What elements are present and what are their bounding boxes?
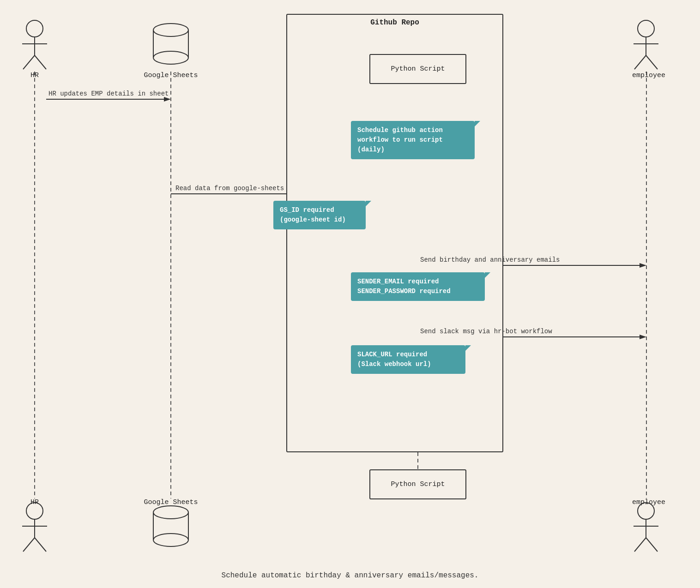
hr-actor-top	[18, 18, 52, 72]
employee-label-bottom: employee	[630, 498, 667, 506]
slack-note: SLACK_URL required(Slack webhook url)	[351, 345, 465, 374]
diagram-container: HR Google Sheets Github Repo Python Scri…	[0, 0, 700, 588]
slack-note-text: SLACK_URL required(Slack webhook url)	[357, 351, 431, 368]
schedule-note: Schedule github actionworkflow to run sc…	[351, 121, 475, 159]
svg-point-21	[153, 51, 188, 64]
hr-label-top: HR	[21, 72, 48, 79]
svg-marker-10	[640, 263, 646, 268]
svg-line-30	[23, 538, 35, 552]
email-note: SENDER_EMAIL requiredSENDER_PASSWORD req…	[351, 272, 485, 301]
gsid-note-text: GS_ID required(google-sheet id)	[280, 206, 346, 223]
hr-actor-bottom	[18, 501, 52, 554]
svg-point-13	[26, 20, 43, 37]
svg-marker-5	[164, 97, 171, 102]
python-script-top-label: Python Script	[391, 65, 445, 73]
gs-actor-top	[148, 18, 194, 72]
gs-label-bottom: Google Sheets	[143, 498, 199, 506]
repo-box-label: Github Repo	[370, 18, 419, 27]
gs-actor-bottom	[148, 501, 194, 554]
svg-marker-12	[640, 335, 646, 339]
svg-point-35	[153, 534, 188, 546]
hr-label-bottom: HR	[21, 498, 48, 506]
svg-line-39	[634, 538, 646, 552]
send-birthday-label: Send birthday and anniversary emails	[420, 256, 560, 264]
gsid-note: GS_ID required(google-sheet id)	[273, 201, 366, 229]
employee-actor-bottom	[629, 501, 664, 554]
svg-line-31	[35, 538, 46, 552]
svg-line-25	[634, 55, 646, 69]
gs-label-top: Google Sheets	[143, 72, 199, 79]
employee-actor-top	[629, 18, 664, 72]
svg-point-32	[153, 506, 188, 519]
send-slack-label: Send slack msg via hr-bot workflow	[420, 328, 552, 335]
svg-point-22	[638, 20, 654, 37]
svg-point-18	[153, 24, 188, 36]
employee-label-top: employee	[630, 72, 667, 79]
svg-line-26	[646, 55, 658, 69]
schedule-note-text: Schedule github actionworkflow to run sc…	[357, 126, 443, 153]
python-script-bottom-label: Python Script	[391, 480, 445, 488]
read-data-label: Read data from google-sheets	[175, 185, 284, 192]
email-note-text: SENDER_EMAIL requiredSENDER_PASSWORD req…	[357, 278, 451, 295]
python-script-top: Python Script	[369, 54, 466, 84]
caption: Schedule automatic birthday & anniversar…	[0, 571, 700, 580]
svg-line-17	[35, 55, 46, 69]
svg-line-40	[646, 538, 658, 552]
svg-line-16	[23, 55, 35, 69]
python-script-bottom: Python Script	[369, 469, 466, 499]
hr-updates-label: HR updates EMP details in sheet	[48, 90, 169, 97]
